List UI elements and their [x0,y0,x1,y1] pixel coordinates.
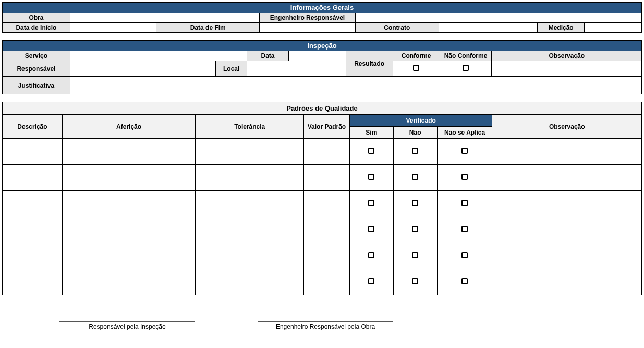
medicao-label: Medição [538,23,585,33]
cell-observacao[interactable] [492,139,642,165]
data-label: Data [247,51,289,61]
cell-nao[interactable] [393,139,437,165]
inspection-table: Inspeção Serviço Data Resultado Conforme… [2,40,642,94]
nao-conforme-checkbox[interactable] [440,61,492,77]
cell-valor-padrao[interactable] [304,191,350,217]
obra-value[interactable] [70,13,259,23]
cell-observacao[interactable] [492,243,642,269]
quality-title: Padrões de Qualidade [3,102,642,115]
cell-sim[interactable] [349,139,393,165]
cell-tolerancia[interactable] [196,243,304,269]
checkbox-icon [461,174,468,180]
cell-afericao[interactable] [62,217,196,243]
cell-nao[interactable] [393,165,437,191]
cell-na[interactable] [437,243,492,269]
observacao-label: Observação [492,51,642,61]
sig-obra: Engenheiro Responsável pela Obra [258,321,393,330]
cell-afericao[interactable] [62,139,196,165]
justificativa-value[interactable] [70,77,641,94]
cell-valor-padrao[interactable] [304,139,350,165]
nao-conforme-label: Não Conforme [440,51,492,61]
cell-afericao[interactable] [62,269,196,295]
checkbox-icon [368,148,374,154]
cell-tolerancia[interactable] [196,269,304,295]
col-afericao: Aferição [62,115,196,139]
cell-descricao[interactable] [3,269,63,295]
checkbox-icon [461,226,468,232]
table-row [3,165,642,191]
cell-nao[interactable] [393,243,437,269]
inicio-value[interactable] [70,23,156,33]
cell-tolerancia[interactable] [196,165,304,191]
col-valor-padrao: Valor Padrão [304,115,350,139]
table-row [3,269,642,295]
checkbox-icon [461,148,468,154]
checkbox-icon [461,200,468,206]
cell-observacao[interactable] [492,191,642,217]
justificativa-label: Justificativa [3,77,70,94]
cell-valor-padrao[interactable] [304,217,350,243]
col-observacao: Observação [492,115,642,139]
cell-descricao[interactable] [3,139,63,165]
cell-nao[interactable] [393,217,437,243]
responsavel-value[interactable] [70,61,215,77]
responsavel-label: Responsável [3,61,70,77]
cell-afericao[interactable] [62,243,196,269]
cell-descricao[interactable] [3,217,63,243]
cell-descricao[interactable] [3,165,63,191]
cell-sim[interactable] [349,217,393,243]
medicao-value[interactable] [585,23,642,33]
cell-na[interactable] [437,269,492,295]
fim-value[interactable] [260,23,356,33]
cell-nao[interactable] [393,191,437,217]
checkbox-icon [461,252,468,258]
cell-observacao[interactable] [492,165,642,191]
contrato-label: Contrato [355,23,439,33]
cell-na[interactable] [437,165,492,191]
cell-na[interactable] [437,191,492,217]
cell-nao[interactable] [393,269,437,295]
cell-sim[interactable] [349,191,393,217]
cell-na[interactable] [437,217,492,243]
checkbox-icon [412,226,418,232]
cell-sim[interactable] [349,243,393,269]
observacao-value[interactable] [492,61,642,77]
cell-valor-padrao[interactable] [304,165,350,191]
cell-tolerancia[interactable] [196,191,304,217]
data-value[interactable] [288,51,346,61]
checkbox-icon [412,252,418,258]
cell-valor-padrao[interactable] [304,269,350,295]
conforme-label: Conforme [393,51,440,61]
cell-descricao[interactable] [3,191,63,217]
cell-descricao[interactable] [3,243,63,269]
sig-inspecao: Responsável pela Inspeção [59,321,195,330]
col-descricao: Descrição [3,115,63,139]
checkbox-icon [412,278,418,284]
resultado-label: Resultado [346,51,393,77]
cell-sim[interactable] [349,165,393,191]
eng-value[interactable] [355,13,641,23]
servico-value[interactable] [70,51,247,61]
local-value[interactable] [247,61,346,77]
cell-afericao[interactable] [62,165,196,191]
cell-valor-padrao[interactable] [304,243,350,269]
checkbox-icon [368,200,374,206]
checkbox-icon [412,200,418,206]
checkbox-icon [413,65,419,71]
cell-sim[interactable] [349,269,393,295]
checkbox-icon [412,174,418,180]
cell-afericao[interactable] [62,191,196,217]
contrato-value[interactable] [439,23,538,33]
cell-na[interactable] [437,139,492,165]
cell-tolerancia[interactable] [196,217,304,243]
cell-observacao[interactable] [492,269,642,295]
col-sim: Sim [349,127,393,139]
cell-tolerancia[interactable] [196,139,304,165]
checkbox-icon [412,148,418,154]
conforme-checkbox[interactable] [393,61,440,77]
sig-obra-label: Engenheiro Responsável pela Obra [258,323,393,330]
local-label: Local [216,61,247,77]
cell-observacao[interactable] [492,217,642,243]
fim-label: Data de Fim [156,23,260,33]
table-row [3,191,642,217]
